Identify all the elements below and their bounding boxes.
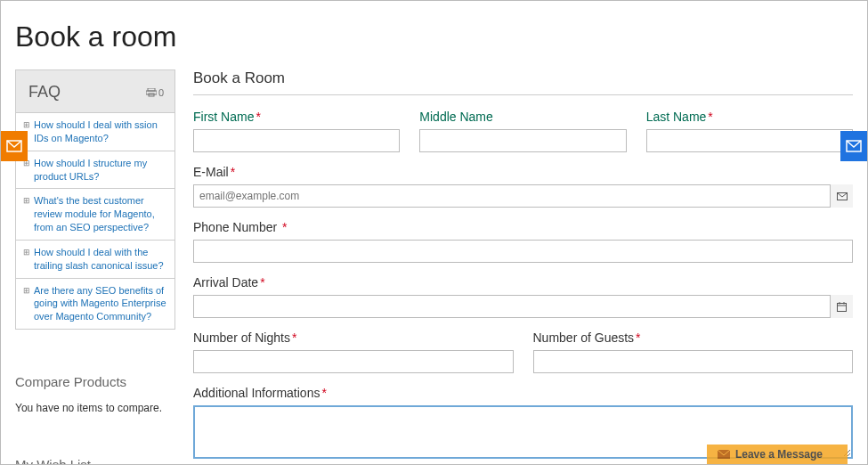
last-name-label: Last Name* [646,110,853,124]
compare-heading: Compare Products [15,374,175,389]
guests-label: Number of Guests* [533,330,854,345]
envelope-icon [718,450,730,459]
print-icon[interactable]: 0 [146,87,164,98]
faq-heading: FAQ [28,83,61,102]
envelope-icon [846,140,862,152]
wishlist-heading: My Wish List [15,457,175,465]
additional-label: Additional Informations* [193,386,853,400]
faq-widget: FAQ 0 ⊞How should I deal with ssion IDs … [15,69,175,330]
guests-input[interactable] [533,350,854,373]
main-form-area: Book a Room First Name* Middle Name Last… [193,69,853,465]
last-name-input[interactable] [646,129,853,152]
arrival-label: Arrival Date* [193,275,853,290]
contact-tab-right[interactable] [840,131,867,161]
email-label: E-Mail* [193,165,853,179]
middle-name-label: Middle Name [419,110,626,124]
form-title: Book a Room [193,69,853,87]
envelope-icon [830,184,853,208]
arrival-date-input[interactable] [193,295,853,318]
faq-item[interactable]: ⊞How should I structure my product URLs? [16,151,174,189]
leave-message-label: Leave a Message [735,448,823,461]
compare-empty-msg: You have no items to compare. [15,402,175,414]
nights-label: Number of Nights* [193,330,514,345]
contact-tab-left[interactable] [1,131,28,161]
faq-item[interactable]: ⊞How should I deal with ssion IDs on Mag… [16,112,174,151]
calendar-icon[interactable] [830,295,853,318]
leave-message-button[interactable]: Leave a Message [707,445,848,464]
faq-list: ⊞How should I deal with ssion IDs on Mag… [16,112,174,329]
plus-icon: ⊞ [23,195,30,234]
nights-input[interactable] [193,350,514,373]
envelope-icon [6,140,22,152]
plus-icon: ⊞ [23,285,30,324]
faq-item[interactable]: ⊞Are there any SEO benefits of going wit… [16,278,174,330]
faq-item[interactable]: ⊞What's the best customer review module … [16,188,174,240]
phone-label: Phone Number * [193,220,853,234]
first-name-label: First Name* [193,110,400,124]
first-name-input[interactable] [193,129,400,152]
page-title: Book a room [1,1,867,69]
divider [193,94,853,95]
faq-item[interactable]: ⊞How should I deal with the trailing sla… [16,240,174,278]
svg-rect-4 [838,303,847,311]
phone-input[interactable] [193,240,853,263]
faq-count: 0 [158,87,164,98]
email-input[interactable] [193,184,853,208]
middle-name-input[interactable] [419,129,626,152]
plus-icon: ⊞ [23,247,30,273]
sidebar: FAQ 0 ⊞How should I deal with ssion IDs … [15,69,175,465]
